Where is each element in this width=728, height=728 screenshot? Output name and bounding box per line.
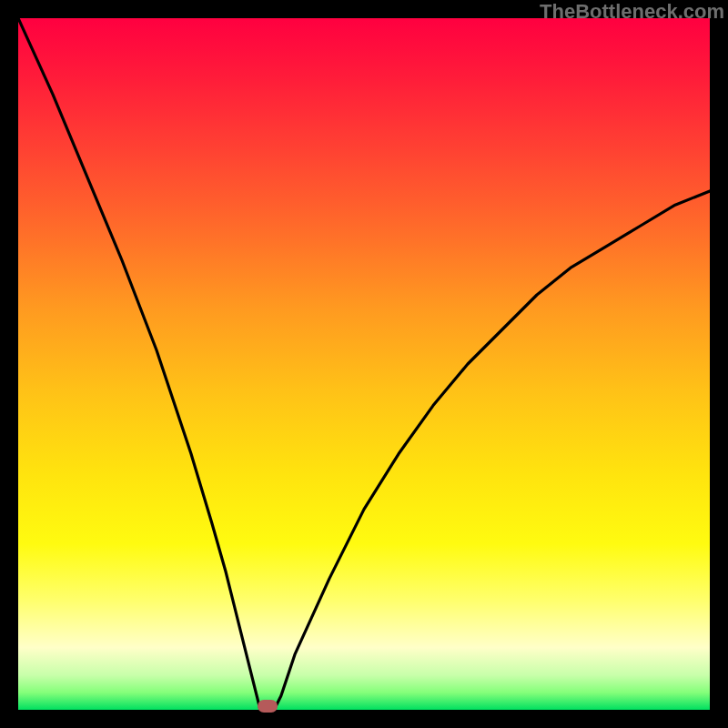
- optimum-marker: [258, 700, 278, 713]
- curve-layer: [18, 18, 710, 710]
- chart-frame: TheBottleneck.com: [0, 0, 728, 728]
- watermark-text: TheBottleneck.com: [540, 0, 724, 24]
- bottleneck-curve: [18, 18, 710, 710]
- plot-area: [18, 18, 710, 710]
